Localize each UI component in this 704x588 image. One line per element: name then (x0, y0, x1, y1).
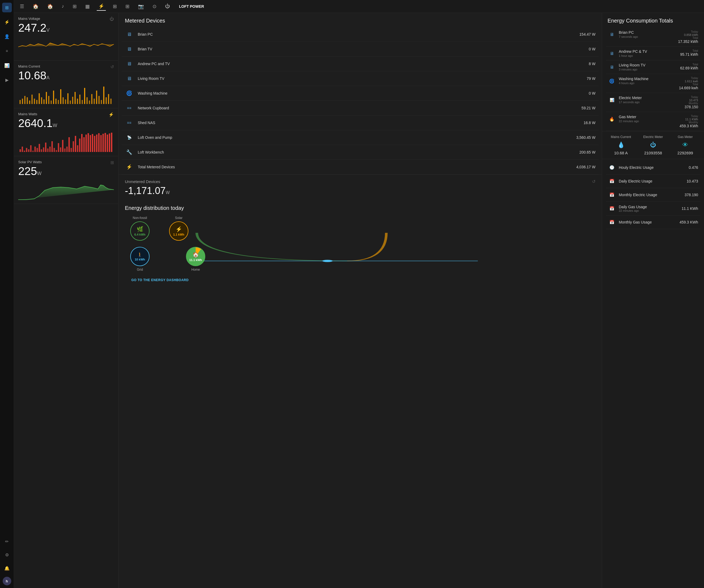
energy-flow-diagram: Non-fossil 🌿 6.4 kWh Solar ⚡ 1.1 kWh (125, 216, 595, 275)
svg-rect-55 (54, 148, 55, 152)
today-val: 11.1 KWh (680, 118, 698, 121)
svg-rect-69 (83, 137, 85, 152)
svg-rect-26 (82, 100, 83, 104)
sidebar-item-list[interactable]: ≡ (2, 46, 12, 56)
consumption-info: Andrew PC & TV 1 hour ago (619, 49, 677, 57)
nav-grid[interactable]: ⊞ (71, 2, 78, 10)
current-icon[interactable]: ↺ (110, 64, 114, 69)
svg-rect-24 (77, 99, 78, 104)
today-val: 0.858 kWh (678, 33, 698, 37)
nav-circle[interactable]: ⊙ (151, 2, 158, 10)
electric-meter-icon: ⏻ (650, 141, 656, 149)
home-label: Home (191, 268, 200, 272)
device-value: 59.21 W (582, 106, 595, 110)
device-name: Network Cupboard (138, 106, 582, 110)
sidebar-item-bell[interactable]: 🔔 (2, 563, 12, 573)
consumption-info: Washing Machine 4 hours ago (619, 77, 676, 85)
svg-rect-20 (67, 93, 68, 104)
total-label: Total (678, 37, 698, 40)
sidebar-item-play[interactable]: ▶ (2, 75, 12, 85)
solar-value: 1.1 kWh (173, 233, 184, 236)
menu-icon[interactable]: ☰ (18, 2, 26, 10)
consumption-values: Today 1.611 kwh Total 14.669 kwh (679, 77, 698, 90)
device-name: Shed NAS (138, 121, 584, 125)
monthly-gas-icon: 📅 (608, 219, 615, 226)
device-icon-oven: 📡 (125, 133, 133, 142)
nav-layout2[interactable]: ⊞ (124, 2, 131, 10)
nav-home[interactable]: 🏠 (31, 2, 40, 10)
meter-col-title-electric: Electric Meter (643, 135, 663, 139)
consumption-values: Today 0.858 kWh Total 17.352 kWh (678, 30, 698, 44)
svg-rect-19 (65, 100, 66, 104)
consumption-icon-andrew: 🖥 (608, 50, 615, 57)
svg-rect-28 (86, 97, 87, 104)
svg-rect-63 (70, 148, 72, 152)
daily-electric-icon: 📅 (608, 177, 615, 185)
svg-rect-77 (100, 135, 102, 152)
sidebar-item-chart[interactable]: 📊 (2, 61, 12, 70)
nav-power[interactable]: ⏻ (164, 2, 172, 10)
usage-name: Monthly Electric Usage (619, 193, 681, 197)
consumption-icon-gas: 🔥 (608, 115, 615, 123)
home-circle: 🏠 11.1 kWh (186, 247, 205, 266)
consumption-icon-washer: 🌀 (608, 77, 615, 85)
voltage-power-icon[interactable]: ⏻ (110, 17, 114, 21)
svg-rect-80 (107, 134, 108, 152)
nav-lightning[interactable]: ⚡ (97, 2, 106, 11)
usage-name: Daily Gas Usage (619, 205, 679, 209)
list-item: 🌀 Washing Machine 4 hours ago Today 1.61… (606, 74, 700, 93)
nav-home2[interactable]: 🏠 (46, 2, 55, 10)
goto-dashboard-link[interactable]: GO TO THE ENERGY DASHBOARD (125, 275, 595, 285)
nonfossil-node: Non-fossil 🌿 6.4 kWh (130, 216, 150, 241)
meter-col-current: Mains Current 💧 10.68 A (606, 135, 636, 155)
nav-camera[interactable]: 📷 (136, 2, 145, 10)
list-item: 🖥 Brian PC 7 seconds ago Today 0.858 kWh… (606, 27, 700, 47)
home-icon: 🏠 (192, 251, 199, 258)
sidebar-item-dashboard[interactable]: ⊞ (2, 3, 12, 12)
sidebar-item-settings[interactable]: ⚙ (2, 550, 12, 560)
meter-stats-grid: Mains Current 💧 10.68 A Electric Meter ⏻… (602, 131, 704, 159)
usage-list: 🕐 Houly Electric Usage 0.476 📅 Daily Ele… (602, 159, 704, 231)
svg-rect-79 (105, 133, 106, 152)
nav-music[interactable]: ♪ (60, 2, 66, 10)
list-item: ≡≡ Shed NAS 16.8 W (122, 116, 599, 130)
device-value: 154.47 W (579, 32, 595, 37)
device-icon-workbench: 🔧 (125, 148, 133, 157)
svg-rect-67 (79, 138, 80, 152)
svg-rect-29 (89, 101, 90, 104)
total-val: 95.71 kWh (680, 52, 698, 57)
svg-rect-48 (39, 144, 40, 152)
topnav: ☰ 🏠 🏠 ♪ ⊞ ▦ ⚡ ⊞ ⊞ 📷 ⊙ ⏻ LOFT POWER (14, 0, 704, 13)
svg-rect-41 (24, 151, 25, 152)
svg-rect-49 (41, 149, 42, 152)
unmetered-refresh-icon[interactable]: ↺ (592, 179, 595, 184)
svg-rect-11 (46, 92, 47, 104)
watts-icon[interactable]: ⚡ (109, 112, 114, 117)
list-item: 🖥 Brian TV 0 W (122, 42, 599, 57)
list-item: 🔧 Loft Workbench 200.65 W (122, 145, 599, 160)
list-item: 🖥 Living Room TV 79 W (122, 71, 599, 86)
sidebar-item-lightning[interactable]: ⚡ (2, 17, 12, 27)
total-val: 14.669 kwh (679, 86, 698, 90)
device-value: 3,560.45 W (576, 135, 595, 140)
consumption-time: 1 hour ago (619, 54, 677, 57)
device-name: Brian PC (138, 32, 579, 37)
svg-rect-4 (29, 101, 30, 104)
home-node: 🏠 11.1 kWh Home (186, 247, 205, 272)
electric-meter-val: 21093558 (644, 151, 662, 155)
total-label: Total (679, 83, 698, 86)
svg-rect-78 (102, 134, 104, 152)
nav-table[interactable]: ▦ (83, 2, 92, 10)
unmetered-title: Unmetered Devices ↺ (125, 179, 595, 184)
solar-title: Solar PV Watts (18, 160, 114, 164)
svg-rect-65 (75, 136, 76, 152)
solar-icon[interactable]: ⊞ (110, 160, 114, 165)
grid-node: 🚶 10 kWh Grid (130, 247, 150, 272)
sidebar-item-wrench[interactable]: ✏ (2, 537, 12, 546)
current-meter-val: 10.68 A (614, 151, 628, 155)
grid-label: Grid (137, 268, 143, 272)
nav-layout[interactable]: ⊞ (111, 2, 118, 10)
today-val: 1.611 kwh (679, 79, 698, 83)
sidebar-item-person[interactable]: 👤 (2, 32, 12, 41)
svg-rect-51 (45, 142, 46, 152)
